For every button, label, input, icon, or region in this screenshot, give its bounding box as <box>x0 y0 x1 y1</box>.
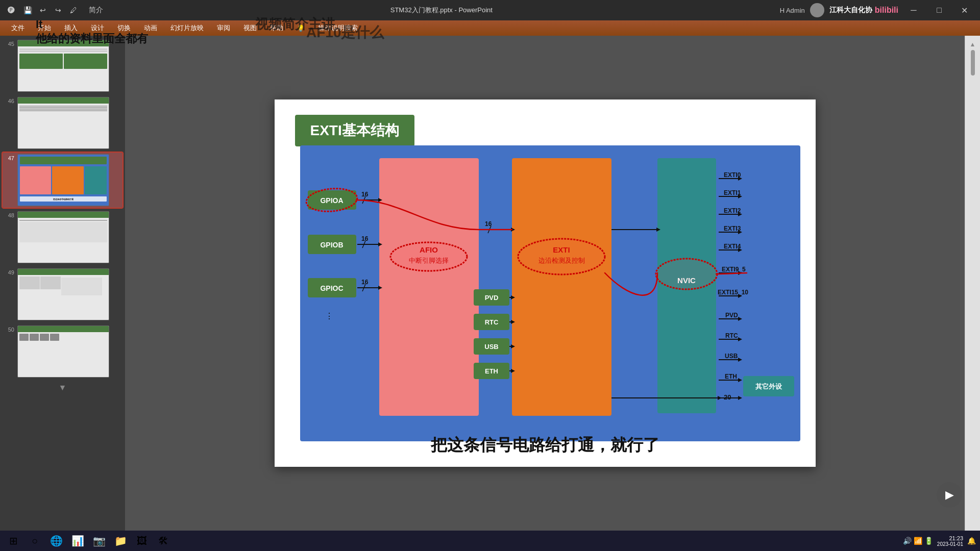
slide-preview-47: 把这条信号电路给打通 <box>17 154 109 206</box>
slide-thumb-49[interactable]: 49 <box>3 267 122 322</box>
diagram-svg: GPIOA GPIOB GPIOC PVD RTC USB ETH <box>300 145 800 441</box>
maximize-button[interactable]: □ <box>929 0 949 20</box>
slide-panel: 45 46 <box>0 36 125 531</box>
edge-browser-icon[interactable]: 🌐 <box>47 532 65 550</box>
svg-point-90 <box>390 242 467 271</box>
slide-thumb-45[interactable]: 45 <box>3 38 122 93</box>
content-area: EXTI基本结构 GPIOA GPIO <box>125 36 965 531</box>
tools-taskbar-icon[interactable]: 🛠 <box>154 532 173 550</box>
svg-text:20: 20 <box>724 393 731 401</box>
clock: 21:23 2023-01-01 <box>937 535 963 547</box>
slide-thumb-50[interactable]: 50 <box>3 324 122 379</box>
slide-preview-45 <box>17 40 109 92</box>
diagram-area: GPIOA GPIOB GPIOC PVD RTC USB ETH <box>300 145 800 441</box>
svg-text:其它外设: 其它外设 <box>755 383 782 390</box>
slide-preview-49 <box>17 268 109 320</box>
svg-text:EXTI2: EXTI2 <box>724 207 741 214</box>
slide-title: EXTI基本结构 <box>310 122 399 138</box>
save-icon[interactable]: 💾 <box>21 4 34 16</box>
system-tray-icons: 🔊 📶 🔋 <box>903 537 933 545</box>
svg-text:16: 16 <box>361 279 369 286</box>
svg-point-91 <box>518 239 605 274</box>
menu-slideshow[interactable]: 幻灯片放映 <box>164 21 210 35</box>
subtitle-text: 把这条信号电路给打通，就行了 <box>431 436 659 454</box>
svg-text:GPIOC: GPIOC <box>320 284 343 292</box>
taskbar-right: 🔊 📶 🔋 21:23 2023-01-01 🔔 <box>903 535 976 547</box>
svg-text:16: 16 <box>485 220 492 228</box>
ribbon-menu: 文件 开始 插入 设计 切换 动画 幻灯片放映 审阅 视图 帮助 💡 操作说明搜… <box>0 20 980 36</box>
menu-file[interactable]: 文件 <box>5 21 31 35</box>
svg-text:EXTI9_5: EXTI9_5 <box>722 266 746 273</box>
title-bar: 🅟 💾 ↩ ↪ 🖊 简介 STM32入门教程.pptx - PowerPoint… <box>0 0 980 20</box>
svg-text:EXTI4: EXTI4 <box>724 243 741 250</box>
right-scroll-panel: ▲ ▼ <box>965 36 980 531</box>
overlay-topic: AF10是什么 <box>306 23 384 42</box>
powerpoint-taskbar-icon[interactable]: 📊 <box>68 532 87 550</box>
redo-icon[interactable]: ↪ <box>52 4 64 16</box>
app-title: 简介 <box>89 6 103 15</box>
menu-review[interactable]: 审阅 <box>211 21 236 35</box>
taskbar: ⊞ ○ 🌐 📊 📷 📁 🖼 🛠 🔊 📶 🔋 21:23 2023-01-01 🔔 <box>0 531 980 551</box>
svg-text:PVD: PVD <box>484 294 498 302</box>
svg-marker-88 <box>718 396 722 400</box>
start-button[interactable]: ⊞ <box>4 532 22 550</box>
svg-text:16: 16 <box>361 235 369 242</box>
slide-title-box: EXTI基本结构 <box>295 115 414 146</box>
svg-marker-47 <box>738 337 742 341</box>
undo-icon[interactable]: ↩ <box>37 4 49 16</box>
camera-taskbar-icon[interactable]: 📷 <box>90 532 108 550</box>
svg-text:USB: USB <box>484 343 498 350</box>
svg-text:USB: USB <box>725 353 738 360</box>
svg-marker-50 <box>738 358 742 362</box>
slide-thumb-47[interactable]: 47 把这条信号电路给打通 <box>3 153 122 208</box>
photos-taskbar-icon[interactable]: 🖼 <box>133 532 151 550</box>
overlay-comment1: It <box>36 18 148 31</box>
svg-text:EXTI15_10: EXTI15_10 <box>718 289 748 296</box>
slide-canvas-wrapper: EXTI基本结构 GPIOA GPIO <box>125 36 965 531</box>
scroll-down-icon[interactable]: ▼ <box>59 383 67 392</box>
subtitle-box: 把这条信号电路给打通，就行了 <box>275 434 816 457</box>
svg-text:EXTI1: EXTI1 <box>724 189 741 196</box>
search-button[interactable]: ○ <box>26 532 44 550</box>
folder-taskbar-icon[interactable]: 📁 <box>111 532 130 550</box>
notification-icon[interactable]: 🔔 <box>967 537 976 545</box>
video-play-button[interactable]: ▶ <box>937 482 962 508</box>
svg-point-92 <box>656 259 717 289</box>
svg-marker-44 <box>738 317 742 321</box>
slide-preview-48 <box>17 211 109 263</box>
bilibili-logo: 江科大自化协 bilibili <box>829 6 898 15</box>
username: H Admin <box>780 7 805 14</box>
svg-rect-0 <box>379 158 479 416</box>
svg-text:16: 16 <box>361 191 369 198</box>
svg-text:ETH: ETH <box>485 367 498 375</box>
title-bar-right: H Admin 江科大自化协 bilibili ─ □ ✕ <box>780 0 975 20</box>
powerpoint-icon: 🅟 <box>5 4 17 16</box>
svg-text:⋮: ⋮ <box>325 312 333 320</box>
svg-text:ETH: ETH <box>725 373 737 380</box>
svg-text:PVD: PVD <box>725 312 738 319</box>
slide-preview-50 <box>17 325 109 378</box>
svg-text:GPIOA: GPIOA <box>320 196 343 205</box>
svg-marker-53 <box>738 378 742 382</box>
customize-icon[interactable]: 🖊 <box>67 4 80 16</box>
slide-thumb-48[interactable]: 48 <box>3 210 122 265</box>
slide-preview-46 <box>17 97 109 149</box>
svg-rect-1 <box>512 158 611 416</box>
title-bar-left: 🅟 💾 ↩ ↪ 🖊 简介 <box>5 4 103 16</box>
svg-text:RTC: RTC <box>484 318 498 326</box>
slide-canvas: EXTI基本结构 GPIOA GPIO <box>275 99 816 467</box>
user-avatar <box>810 3 824 17</box>
minimize-button[interactable]: ─ <box>903 0 924 20</box>
slide-thumb-46[interactable]: 46 <box>3 95 122 151</box>
quick-access-toolbar: 💾 ↩ ↪ 🖊 <box>21 4 80 16</box>
scroll-up-arrow[interactable]: ▲ <box>970 41 976 48</box>
svg-text:RTC: RTC <box>725 332 738 339</box>
svg-text:GPIOB: GPIOB <box>320 241 343 249</box>
svg-text:EXTI3: EXTI3 <box>724 225 741 232</box>
overlay-comment2: 他给的资料里面全都有 <box>36 31 148 46</box>
close-button[interactable]: ✕ <box>954 0 975 20</box>
svg-marker-57 <box>738 396 742 400</box>
window-title: STM32入门教程.pptx - PowerPoint <box>390 6 493 15</box>
svg-text:EXTI0: EXTI0 <box>724 171 741 179</box>
